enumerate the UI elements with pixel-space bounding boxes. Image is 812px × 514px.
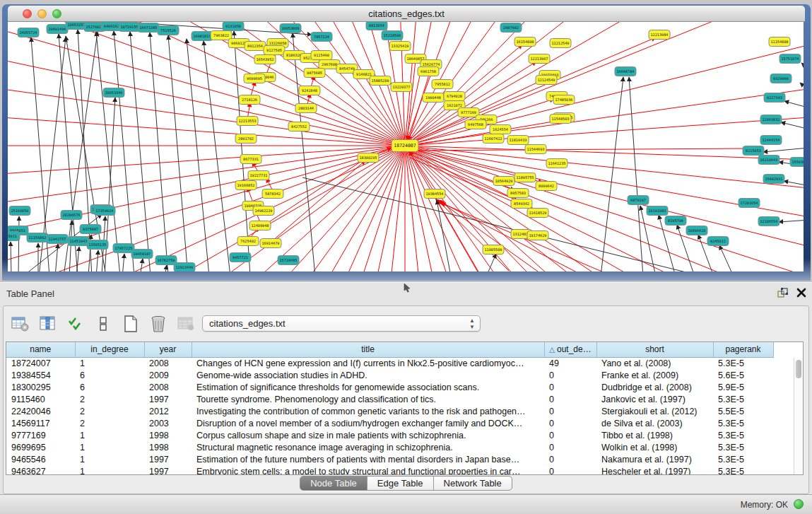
graph-edge[interactable] <box>234 31 250 271</box>
graph-node[interactable]: 12444154 <box>760 136 782 145</box>
graph-node[interactable]: 24055724 <box>18 28 39 37</box>
graph-node[interactable]: 5878342 <box>262 189 283 199</box>
graph-node[interactable]: 25160850 <box>9 206 30 216</box>
table-cell[interactable]: 2008 <box>144 357 192 369</box>
table-cell[interactable]: 9699695 <box>6 441 75 453</box>
graph-edge[interactable] <box>8 146 405 271</box>
table-cell[interactable]: 2 <box>75 393 144 405</box>
graph-edge[interactable] <box>8 81 405 146</box>
graph-node[interactable]: 16154808 <box>514 37 536 47</box>
graph-edge[interactable] <box>601 77 623 271</box>
table-cell[interactable]: Yano et al. (2008) <box>596 357 713 369</box>
graph-node[interactable]: 11816433 <box>507 136 529 145</box>
table-cell[interactable]: 22420046 <box>6 405 75 417</box>
graph-node[interactable]: 9699695 <box>244 74 265 83</box>
table-cell[interactable]: Franke et al. (2009) <box>596 369 713 381</box>
graph-node[interactable]: 12106554 <box>758 217 779 226</box>
column-header-out-degree[interactable]: △out_de… <box>544 342 596 357</box>
graph-edge[interactable] <box>719 245 734 271</box>
attribute-table[interactable]: name in_degree year title △out_de… short… <box>6 341 804 475</box>
table-cell[interactable]: Stergiakouli et al. (2012) <box>596 405 713 417</box>
graph-node[interactable]: 1990448 <box>423 93 444 103</box>
table-cell[interactable]: 5.3E-5 <box>713 357 773 369</box>
table-cell[interactable]: 18724007 <box>6 357 75 369</box>
graph-node[interactable]: 12213984 <box>649 30 670 40</box>
graph-node[interactable]: 6794028 <box>444 92 465 101</box>
graph-node[interactable]: 9242848 <box>299 86 320 95</box>
graph-node[interactable]: 9127505 <box>264 46 285 55</box>
table-cell[interactable]: 5.3E-5 <box>713 465 773 475</box>
graph-edge[interactable] <box>8 146 405 271</box>
graph-node[interactable]: 13505135 <box>87 240 108 250</box>
table-cell[interactable]: 1 <box>75 357 144 369</box>
network-window[interactable]: citations_edges.txt 24055724206914061065… <box>2 4 811 281</box>
graph-node[interactable]: 10096420 <box>686 226 707 235</box>
table-cell[interactable]: Hescheler et al. (1997) <box>596 465 713 475</box>
graph-node[interactable]: 13220377 <box>391 83 412 92</box>
graph-edge[interactable] <box>405 146 804 271</box>
graph-node[interactable]: 19174629 <box>527 231 548 240</box>
graph-node[interactable]: 15751074 <box>779 54 801 64</box>
graph-edge[interactable] <box>8 146 405 271</box>
table-cell[interactable]: 0 <box>544 441 596 453</box>
graph-node[interactable]: 9227343 <box>764 93 785 103</box>
graph-edge[interactable] <box>784 181 804 186</box>
table-cell[interactable]: 2 <box>75 405 144 417</box>
graph-edge[interactable] <box>150 33 168 271</box>
table-row[interactable]: 946554611997Estimation of the future num… <box>6 453 773 465</box>
graph-node[interactable]: 9245012 <box>707 237 729 246</box>
column-header-title[interactable]: title <box>192 342 544 357</box>
graph-node[interactable]: 12923446 <box>174 263 195 272</box>
table-cell[interactable]: 1998 <box>144 429 192 441</box>
table-cell[interactable]: Changes of HCN gene expression and I(f) … <box>192 357 544 369</box>
table-cell[interactable]: Disruption of a novel member of a sodium… <box>192 417 544 429</box>
graph-edge[interactable] <box>204 41 230 271</box>
table-cell[interactable]: 6 <box>75 381 144 393</box>
table-cell[interactable]: 0 <box>544 453 596 465</box>
graph-node[interactable]: 11641235 <box>546 159 567 168</box>
table-cell[interactable]: de Silva et al. (2003) <box>596 417 713 429</box>
table-header-row[interactable]: name in_degree year title △out_de… short… <box>6 342 773 357</box>
graph-node[interactable]: 9115460 <box>311 51 332 60</box>
table-row[interactable]: 977716911998Corpus callosum shape and si… <box>6 429 773 441</box>
graph-edge[interactable] <box>405 146 804 271</box>
table-row[interactable]: 1456911722003Disruption of a novel membe… <box>6 417 773 429</box>
graph-edge[interactable] <box>130 32 151 271</box>
table-cell[interactable]: Wolkin et al. (1998) <box>596 441 713 453</box>
graph-node[interactable]: 12942757 <box>47 235 68 244</box>
graph-node[interactable]: 16648784 <box>615 67 636 76</box>
graph-node[interactable]: 9131058 <box>223 22 244 31</box>
column-header-pagerank[interactable]: pagerank <box>713 342 773 357</box>
graph-node[interactable]: 16210643 <box>758 156 779 165</box>
table-cell[interactable]: 5.3E-5 <box>713 393 773 405</box>
graph-edge[interactable] <box>763 148 804 152</box>
table-cell[interactable]: 5.3E-5 <box>713 429 773 441</box>
table-scrollbar[interactable] <box>794 358 803 474</box>
table-row[interactable]: 2242004622012Investigating the contribut… <box>6 405 773 417</box>
column-header-short[interactable]: short <box>596 342 713 357</box>
graph-edge[interactable] <box>55 244 58 271</box>
graph-node[interactable]: 10719155 <box>119 23 140 32</box>
graph-node[interactable]: 11544693 <box>525 145 546 154</box>
table-row[interactable]: 946362711997Embryonic stem cells: a mode… <box>6 465 773 475</box>
table-cell[interactable]: Structural magnetic resonance image aver… <box>192 441 544 453</box>
graph-node[interactable]: 11156862 <box>27 233 48 243</box>
graph-node[interactable]: 11607422 <box>483 134 504 144</box>
graph-node[interactable]: 15692931 <box>763 175 784 184</box>
graph-node[interactable]: 18300295 <box>358 153 379 163</box>
delete-icon[interactable] <box>147 313 170 335</box>
graph-edge[interactable] <box>405 146 804 271</box>
graph-edge[interactable] <box>801 63 804 70</box>
table-row[interactable]: 1830029562008Estimation of significance … <box>6 381 773 393</box>
graph-edge[interactable] <box>781 122 804 129</box>
table-cell[interactable]: 1997 <box>144 393 192 405</box>
table-cell[interactable]: 5.5E-5 <box>713 405 773 417</box>
graph-node[interactable]: 12093832 <box>760 115 782 124</box>
table-cell[interactable]: 9115460 <box>6 393 75 405</box>
graph-node[interactable]: 11154808 <box>769 37 790 47</box>
table-cell[interactable]: 1 <box>75 429 144 441</box>
graph-edge[interactable] <box>405 146 804 271</box>
graph-node[interactable]: 20053346 <box>103 88 124 98</box>
graph-node[interactable]: 2687682 <box>500 23 522 33</box>
graph-node[interactable]: 2891702 <box>235 134 257 144</box>
